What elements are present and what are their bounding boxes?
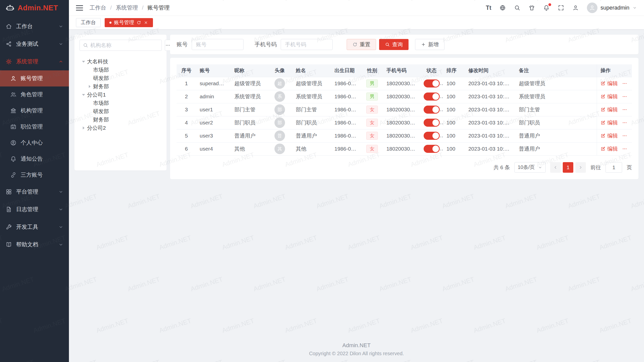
status-toggle[interactable] [424,93,440,101]
sidebar-item-help-docs[interactable]: 帮助文档 [0,236,69,253]
sidebar-item-business-test[interactable]: 业务测试 [0,35,69,53]
tree-node[interactable]: 分公司2 [79,124,162,132]
edit-button[interactable]: 编辑 [600,145,618,152]
breadcrumb-item[interactable]: 工作台 [90,4,106,12]
bell-icon [10,156,17,162]
globe-icon [499,5,506,11]
tree-node[interactable]: 财务部 [79,115,162,124]
cell-sort: 100 [443,90,465,103]
tree-node[interactable]: 财务部 [79,82,162,90]
fullscreen-button[interactable] [558,5,564,11]
chevron-down-icon [632,6,637,10]
tree-node[interactable]: 分公司1 [79,90,162,99]
tree-caret-right[interactable] [87,84,92,89]
status-toggle[interactable] [424,145,440,153]
font-size-button[interactable]: Tt [486,5,491,11]
more-icon [622,133,627,139]
sidebar-item-post-management[interactable]: 职位管理 [0,119,69,135]
sidebar-item-log-management[interactable]: 日志管理 [0,201,69,218]
theme-button[interactable] [529,5,535,11]
cell-nickname: 部门主管 [231,103,267,116]
tree-node-label: 研发部 [93,75,109,82]
tree-node[interactable]: 市场部 [79,99,162,107]
bell-button[interactable] [543,5,550,11]
sidebar-item-workbench[interactable]: 工作台 [0,18,69,35]
tab-active[interactable]: 账号管理 [105,18,153,27]
edit-button-label: 编辑 [607,119,618,126]
row-more-button[interactable] [622,120,627,125]
cell-sort: 100 [443,103,465,116]
row-more-button[interactable] [622,81,627,86]
breadcrumb-item[interactable]: 账号管理 [147,4,170,12]
sidebar-item-third-party-account[interactable]: 三方账号 [0,167,69,183]
user-avatar [587,3,597,13]
sidebar-item-org-management[interactable]: 机构管理 [0,103,69,119]
breadcrumb-item[interactable]: 系统管理 [116,4,138,12]
page-size-select[interactable]: 10条/页 [514,162,546,173]
edit-button-label: 编辑 [607,145,618,152]
logo-text: Admin.NET [18,4,58,12]
prev-page-button[interactable] [550,162,561,173]
edit-button[interactable]: 编辑 [600,119,618,126]
chevron-down-icon [58,41,63,47]
sidebar-item-platform-management[interactable]: 平台管理 [0,183,69,201]
accounts-table: 序号账号昵称头像姓名出生日期性别手机号码状态排序修改时间备注操作 1supera… [177,64,632,156]
sidebar-item-dev-tools[interactable]: 开发工具 [0,218,69,236]
status-toggle[interactable] [424,106,440,114]
cell-sort: 100 [443,116,465,129]
page-number-button[interactable]: 1 [563,162,573,173]
sidebar-item-system-management[interactable]: 系统管理 [0,53,69,70]
footer-title: Admin.NET [74,342,638,349]
edit-button[interactable]: 编辑 [600,106,618,113]
edit-button[interactable]: 编辑 [600,93,618,100]
cell-modified-time: 2023-01-03 10:59:44 [465,142,515,155]
menu-collapse-button[interactable] [76,5,83,11]
row-more-button[interactable] [622,107,627,112]
edit-button[interactable]: 编辑 [600,132,618,139]
goto-page-input[interactable] [606,162,622,173]
refresh-icon [352,42,357,47]
row-more-button[interactable] [622,133,627,139]
user-menu[interactable]: superadmin [587,3,637,13]
cell-remark: 普通用户 [515,142,597,155]
sidebar-item-account-management[interactable]: 账号管理 [0,70,69,86]
tree-node[interactable]: 大名科技 [79,57,162,66]
query-button[interactable]: 查询 [379,39,409,50]
org-search-field[interactable] [79,40,162,51]
toggle-knob [432,132,439,139]
globe-button[interactable] [499,5,506,11]
sidebar-item-notice-announcement[interactable]: 通知公告 [0,151,69,167]
tree-caret-down[interactable] [81,92,86,97]
tree-node[interactable]: 市场部 [79,66,162,74]
status-toggle[interactable] [424,119,440,127]
tab-item[interactable]: 工作台 [76,18,101,27]
row-more-button[interactable] [622,94,627,99]
account-filter-input[interactable] [192,39,244,50]
breadcrumb: 工作台/系统管理/账号管理 [90,4,170,12]
tree-caret-right[interactable] [81,125,86,130]
footer-copyright: Copyright © 2022 Dilon All rights reserv… [74,351,638,356]
cell-phone: 18020030720 [383,129,420,142]
sidebar-item-label: 平台管理 [16,188,38,196]
status-toggle[interactable] [424,132,440,140]
org-search-input[interactable] [90,42,158,48]
next-page-button[interactable] [575,162,586,173]
edit-button[interactable]: 编辑 [600,80,618,87]
search-button[interactable] [514,5,520,11]
tree-caret-down[interactable] [81,59,86,64]
reset-button[interactable]: 重置 [347,39,376,50]
sidebar-item-personal-center[interactable]: 个人中心 [0,135,69,151]
close-icon [144,20,148,25]
status-toggle[interactable] [424,79,440,87]
tree-node[interactable]: 研发部 [79,74,162,82]
goto-label: 前往 [590,164,601,171]
app-root: Admin.NET 工作台业务测试系统管理账号管理角色管理机构管理职位管理个人中… [0,0,644,362]
phone-filter-input[interactable] [281,39,333,50]
user-button[interactable] [572,5,579,11]
cell-gender: 男 [361,90,383,103]
add-button[interactable]: 新增 [415,39,445,50]
tree-node[interactable]: 研发部 [79,107,162,115]
row-more-button[interactable] [622,146,627,152]
tree-caret-none [87,109,92,114]
sidebar-item-role-management[interactable]: 角色管理 [0,86,69,103]
